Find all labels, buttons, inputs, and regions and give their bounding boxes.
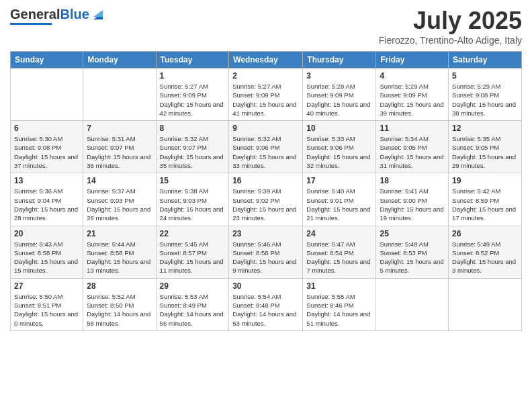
day-number: 1 <box>160 71 226 81</box>
day-number: 8 <box>160 124 226 133</box>
day-number: 14 <box>87 176 152 185</box>
day-number: 13 <box>14 176 79 185</box>
table-row: 22Sunrise: 5:45 AM Sunset: 8:57 PM Dayli… <box>156 226 229 278</box>
day-number: 7 <box>87 124 152 133</box>
table-row: 23Sunrise: 5:46 AM Sunset: 8:56 PM Dayli… <box>229 226 303 278</box>
day-info: Sunrise: 5:40 AM Sunset: 9:01 PM Dayligh… <box>306 187 372 222</box>
page: General Blue July 2025 Fierozzo, Trentin… <box>0 0 532 411</box>
table-row: 13Sunrise: 5:36 AM Sunset: 9:04 PM Dayli… <box>11 173 83 226</box>
col-thursday: Thursday <box>303 52 376 68</box>
day-number: 17 <box>306 176 372 185</box>
day-info: Sunrise: 5:32 AM Sunset: 9:07 PM Dayligh… <box>160 134 226 170</box>
day-info: Sunrise: 5:47 AM Sunset: 8:54 PM Dayligh… <box>306 240 372 275</box>
day-info: Sunrise: 5:48 AM Sunset: 8:53 PM Dayligh… <box>380 240 445 275</box>
day-info: Sunrise: 5:37 AM Sunset: 9:03 PM Dayligh… <box>87 187 152 222</box>
logo-icon <box>91 7 105 22</box>
table-row: 20Sunrise: 5:43 AM Sunset: 8:58 PM Dayli… <box>11 226 83 278</box>
table-row: 19Sunrise: 5:42 AM Sunset: 8:59 PM Dayli… <box>449 173 522 226</box>
table-row: 2Sunrise: 5:27 AM Sunset: 9:09 PM Daylig… <box>229 68 303 121</box>
day-info: Sunrise: 5:31 AM Sunset: 9:07 PM Dayligh… <box>87 134 152 170</box>
day-number: 3 <box>306 71 372 81</box>
table-row: 31Sunrise: 5:55 AM Sunset: 8:46 PM Dayli… <box>303 278 376 330</box>
title-block: July 2025 Fierozzo, Trentino-Alto Adige,… <box>379 7 522 46</box>
day-number: 4 <box>380 71 445 81</box>
day-info: Sunrise: 5:42 AM Sunset: 8:59 PM Dayligh… <box>452 187 518 222</box>
main-title: July 2025 <box>379 7 522 35</box>
table-row: 5Sunrise: 5:29 AM Sunset: 9:08 PM Daylig… <box>449 68 522 121</box>
day-info: Sunrise: 5:55 AM Sunset: 8:46 PM Dayligh… <box>306 292 372 328</box>
day-info: Sunrise: 5:27 AM Sunset: 9:09 PM Dayligh… <box>232 82 299 118</box>
table-row: 11Sunrise: 5:34 AM Sunset: 9:05 PM Dayli… <box>376 121 449 173</box>
table-row: 29Sunrise: 5:53 AM Sunset: 8:49 PM Dayli… <box>156 278 229 330</box>
table-row: 6Sunrise: 5:30 AM Sunset: 9:08 PM Daylig… <box>11 121 83 173</box>
day-info: Sunrise: 5:54 AM Sunset: 8:48 PM Dayligh… <box>232 292 299 328</box>
day-number: 15 <box>160 176 226 185</box>
day-info: Sunrise: 5:45 AM Sunset: 8:57 PM Dayligh… <box>160 240 226 275</box>
day-number: 24 <box>306 229 372 238</box>
col-tuesday: Tuesday <box>156 52 229 68</box>
day-number: 27 <box>14 281 79 291</box>
day-number: 26 <box>452 229 518 238</box>
calendar-week-row: 1Sunrise: 5:27 AM Sunset: 9:09 PM Daylig… <box>11 68 522 121</box>
day-info: Sunrise: 5:46 AM Sunset: 8:56 PM Dayligh… <box>232 240 299 275</box>
table-row: 28Sunrise: 5:52 AM Sunset: 8:50 PM Dayli… <box>83 278 156 330</box>
table-row: 12Sunrise: 5:35 AM Sunset: 9:05 PM Dayli… <box>449 121 522 173</box>
col-saturday: Saturday <box>449 52 522 68</box>
day-number: 29 <box>160 281 226 291</box>
table-row: 10Sunrise: 5:33 AM Sunset: 9:06 PM Dayli… <box>303 121 376 173</box>
table-row: 26Sunrise: 5:49 AM Sunset: 8:52 PM Dayli… <box>449 226 522 278</box>
table-row: 9Sunrise: 5:32 AM Sunset: 9:06 PM Daylig… <box>229 121 303 173</box>
day-info: Sunrise: 5:49 AM Sunset: 8:52 PM Dayligh… <box>452 240 518 275</box>
day-number: 28 <box>87 281 152 291</box>
table-row: 25Sunrise: 5:48 AM Sunset: 8:53 PM Dayli… <box>376 226 449 278</box>
table-row: 17Sunrise: 5:40 AM Sunset: 9:01 PM Dayli… <box>303 173 376 226</box>
day-number: 22 <box>160 229 226 238</box>
table-row <box>83 68 156 121</box>
day-number: 20 <box>14 229 79 238</box>
logo-blue: Blue <box>60 7 89 22</box>
table-row: 4Sunrise: 5:29 AM Sunset: 9:09 PM Daylig… <box>376 68 449 121</box>
subtitle: Fierozzo, Trentino-Alto Adige, Italy <box>379 35 522 46</box>
calendar-week-row: 6Sunrise: 5:30 AM Sunset: 9:08 PM Daylig… <box>11 121 522 173</box>
day-number: 19 <box>452 176 518 185</box>
table-row: 18Sunrise: 5:41 AM Sunset: 9:00 PM Dayli… <box>376 173 449 226</box>
day-number: 30 <box>232 281 299 291</box>
day-info: Sunrise: 5:43 AM Sunset: 8:58 PM Dayligh… <box>14 240 79 275</box>
table-row <box>11 68 83 121</box>
day-number: 11 <box>380 124 445 133</box>
day-info: Sunrise: 5:52 AM Sunset: 8:50 PM Dayligh… <box>87 292 152 328</box>
day-info: Sunrise: 5:30 AM Sunset: 9:08 PM Dayligh… <box>14 134 79 170</box>
day-info: Sunrise: 5:34 AM Sunset: 9:05 PM Dayligh… <box>380 134 445 170</box>
day-info: Sunrise: 5:36 AM Sunset: 9:04 PM Dayligh… <box>14 187 79 222</box>
day-info: Sunrise: 5:27 AM Sunset: 9:09 PM Dayligh… <box>160 82 226 118</box>
logo-general: General <box>10 7 60 22</box>
col-wednesday: Wednesday <box>229 52 303 68</box>
day-info: Sunrise: 5:41 AM Sunset: 9:00 PM Dayligh… <box>380 187 445 222</box>
col-sunday: Sunday <box>11 52 83 68</box>
calendar-week-row: 27Sunrise: 5:50 AM Sunset: 8:51 PM Dayli… <box>11 278 522 330</box>
table-row: 24Sunrise: 5:47 AM Sunset: 8:54 PM Dayli… <box>303 226 376 278</box>
table-row <box>376 278 449 330</box>
day-number: 23 <box>232 229 299 238</box>
day-number: 5 <box>452 71 518 81</box>
table-row: 21Sunrise: 5:44 AM Sunset: 8:58 PM Dayli… <box>83 226 156 278</box>
table-row: 8Sunrise: 5:32 AM Sunset: 9:07 PM Daylig… <box>156 121 229 173</box>
svg-marker-1 <box>93 10 103 17</box>
col-monday: Monday <box>83 52 156 68</box>
table-row: 27Sunrise: 5:50 AM Sunset: 8:51 PM Dayli… <box>11 278 83 330</box>
day-number: 21 <box>87 229 152 238</box>
table-row: 16Sunrise: 5:39 AM Sunset: 9:02 PM Dayli… <box>229 173 303 226</box>
day-number: 25 <box>380 229 445 238</box>
table-row <box>449 278 522 330</box>
day-info: Sunrise: 5:53 AM Sunset: 8:49 PM Dayligh… <box>160 292 226 328</box>
day-info: Sunrise: 5:35 AM Sunset: 9:05 PM Dayligh… <box>452 134 518 170</box>
day-number: 10 <box>306 124 372 133</box>
table-row: 14Sunrise: 5:37 AM Sunset: 9:03 PM Dayli… <box>83 173 156 226</box>
day-info: Sunrise: 5:32 AM Sunset: 9:06 PM Dayligh… <box>232 134 299 170</box>
day-info: Sunrise: 5:29 AM Sunset: 9:08 PM Dayligh… <box>452 82 518 118</box>
table-row: 30Sunrise: 5:54 AM Sunset: 8:48 PM Dayli… <box>229 278 303 330</box>
calendar-week-row: 20Sunrise: 5:43 AM Sunset: 8:58 PM Dayli… <box>11 226 522 278</box>
logo-underline <box>10 23 52 25</box>
calendar-header-row: Sunday Monday Tuesday Wednesday Thursday… <box>11 52 522 68</box>
day-number: 18 <box>380 176 445 185</box>
